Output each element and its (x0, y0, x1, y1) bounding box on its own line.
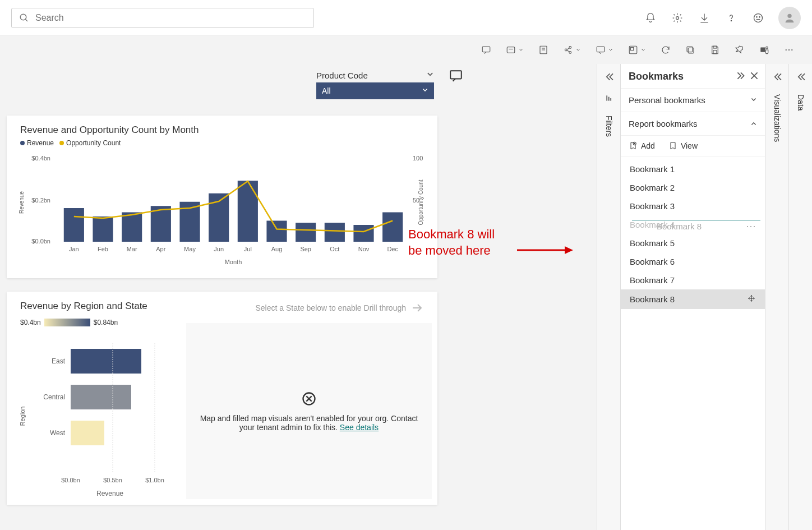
svg-point-4 (731, 20, 731, 21)
settings-icon[interactable] (671, 11, 684, 25)
svg-point-14 (569, 52, 571, 54)
subscribe-icon[interactable] (501, 43, 528, 57)
svg-rect-46 (382, 213, 403, 242)
visualizations-rail[interactable]: Visualizations (765, 64, 788, 530)
avatar[interactable] (778, 7, 801, 29)
pin-icon[interactable] (730, 43, 749, 57)
svg-point-12 (565, 49, 567, 51)
svg-text:Jan: Jan (69, 246, 79, 252)
personal-bookmarks-section[interactable]: Personal bookmarks (621, 89, 765, 112)
chat-teams-icon[interactable] (591, 43, 618, 57)
svg-text:$1.0bn: $1.0bn (145, 477, 164, 483)
svg-marker-75 (565, 246, 573, 254)
drag-cursor-icon (747, 294, 756, 305)
svg-rect-36 (93, 216, 113, 242)
chevron-down-icon (422, 86, 428, 95)
help-icon[interactable] (725, 11, 738, 25)
explore-icon[interactable] (624, 43, 650, 57)
bookmark-item[interactable]: Bookmark 2 (621, 178, 765, 197)
bookmark-item[interactable]: Bookmark 4 (621, 215, 765, 234)
search-input[interactable] (35, 13, 308, 23)
bookmark-item-selected[interactable]: Bookmark 8 (621, 289, 765, 309)
more-icon[interactable] (779, 43, 799, 57)
chevron-down-icon[interactable] (426, 71, 434, 80)
bookmark-item[interactable]: Bookmark 7 (621, 271, 765, 289)
filters-label: Filters (605, 116, 613, 137)
bookmark-item[interactable]: Bookmark 1 (621, 160, 765, 178)
slicer-label: Product Code (316, 71, 368, 80)
chart-revenue-region[interactable]: Revenue by Region and State Select a Sta… (7, 292, 437, 505)
svg-point-25 (788, 49, 790, 50)
filter-icon (605, 94, 613, 104)
svg-text:Central: Central (43, 393, 65, 401)
export-icon[interactable] (534, 43, 553, 57)
search-box[interactable] (11, 8, 314, 28)
expand-icon[interactable] (737, 71, 745, 82)
chart-title: Revenue and Opportunity Count by Month (20, 125, 424, 136)
svg-text:Jun: Jun (214, 246, 224, 252)
map-error: Map and filled map visuals aren't enable… (197, 391, 421, 432)
download-icon[interactable] (698, 11, 711, 25)
svg-text:Nov: Nov (358, 246, 370, 252)
share-icon[interactable] (559, 43, 585, 57)
collapse-left-icon[interactable] (605, 73, 613, 83)
svg-point-24 (786, 49, 787, 50)
save-icon[interactable] (705, 43, 725, 57)
comments-icon[interactable] (477, 43, 496, 57)
svg-text:Aug: Aug (271, 246, 283, 252)
bookmarks-panel: Bookmarks Personal bookmarks Report book… (620, 64, 765, 530)
svg-text:Oct: Oct (330, 246, 339, 252)
svg-point-26 (791, 49, 792, 50)
svg-point-5 (754, 13, 763, 22)
teams-icon[interactable] (755, 43, 774, 57)
svg-point-7 (759, 16, 760, 17)
svg-rect-17 (631, 48, 634, 50)
svg-rect-27 (450, 71, 462, 79)
svg-point-13 (569, 47, 571, 49)
svg-rect-63 (71, 421, 104, 445)
svg-point-8 (787, 13, 791, 17)
close-icon[interactable] (750, 71, 758, 82)
view-bookmark-button[interactable]: View (668, 141, 698, 150)
refresh-icon[interactable] (656, 43, 675, 57)
svg-rect-20 (713, 46, 717, 48)
chart-legend: Revenue Opportunity Count (20, 139, 424, 147)
svg-rect-21 (713, 50, 717, 54)
slicer-value: All (322, 86, 331, 95)
add-bookmark-button[interactable]: Add (629, 141, 655, 150)
bookmark-item[interactable]: Bookmark 6 (621, 252, 765, 271)
svg-rect-45 (353, 225, 373, 242)
annotation-text: Bookmark 8 will be moved here (408, 227, 495, 259)
chevron-down-icon (750, 95, 757, 105)
collapse-left-icon[interactable] (773, 73, 781, 83)
feedback-icon[interactable] (751, 11, 765, 25)
comment-icon[interactable] (449, 68, 463, 85)
product-code-slicer[interactable]: Product Code All (316, 68, 434, 99)
chart-revenue-opportunity[interactable]: Revenue and Opportunity Count by Month R… (7, 116, 437, 278)
copy-icon[interactable] (681, 43, 700, 57)
data-rail[interactable]: Data (788, 64, 812, 530)
svg-rect-78 (610, 98, 611, 101)
svg-text:$0.0bn: $0.0bn (31, 238, 50, 245)
svg-rect-62 (71, 385, 131, 409)
report-bookmarks-section[interactable]: Report bookmarks (621, 112, 765, 136)
notifications-icon[interactable] (644, 11, 657, 25)
bookmark-item[interactable]: Bookmark 3 (621, 197, 765, 215)
svg-text:Month: Month (225, 259, 242, 265)
svg-rect-22 (760, 48, 765, 52)
svg-text:$0.2bn: $0.2bn (31, 197, 50, 204)
svg-text:$0.5bn: $0.5bn (103, 477, 122, 483)
filters-rail[interactable]: Filters (597, 64, 620, 530)
slicer-dropdown[interactable]: All (316, 82, 434, 99)
svg-rect-42 (266, 221, 287, 242)
svg-point-6 (756, 16, 757, 17)
svg-text:Jul: Jul (244, 246, 252, 252)
panel-title: Bookmarks (629, 71, 684, 82)
see-details-link[interactable]: See details (340, 423, 379, 432)
bookmark-item[interactable]: Bookmark 5 (621, 234, 765, 252)
collapse-left-icon[interactable] (797, 73, 805, 83)
svg-rect-77 (608, 97, 609, 101)
svg-text:Mar: Mar (127, 246, 137, 252)
map-visual: Map and filled map visuals aren't enable… (186, 323, 432, 499)
svg-text:Revenue: Revenue (19, 191, 25, 214)
